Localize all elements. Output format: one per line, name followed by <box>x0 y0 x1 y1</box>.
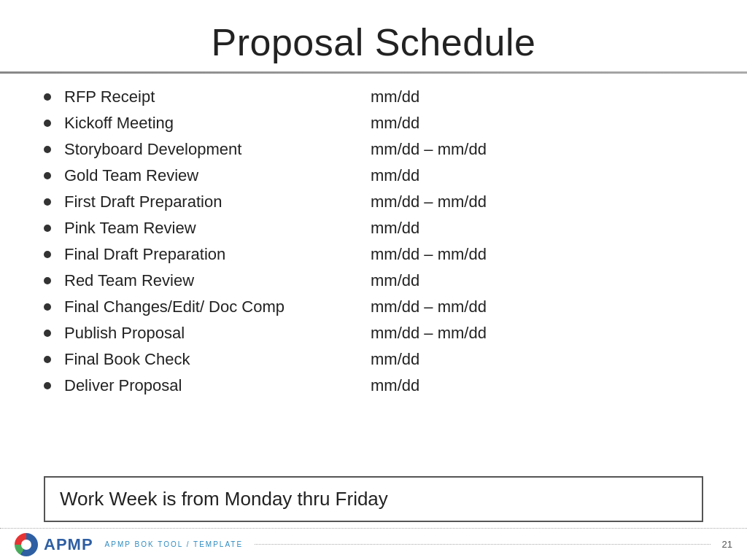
bullet-icon <box>44 251 51 258</box>
item-date: mm/dd – mm/dd <box>371 192 703 211</box>
list-item: Final Changes/Edit/ Doc Compmm/dd – mm/d… <box>44 294 703 320</box>
item-label: RFP Receipt <box>64 88 371 106</box>
item-label: Red Team Review <box>64 271 371 290</box>
list-item: Pink Team Reviewmm/dd <box>44 215 703 241</box>
item-date: mm/dd <box>371 376 703 395</box>
title-divider <box>0 71 747 74</box>
list-item: Deliver Proposalmm/dd <box>44 373 703 399</box>
item-label: First Draft Preparation <box>64 192 371 211</box>
bullet-icon <box>44 277 51 284</box>
list-item: Gold Team Reviewmm/dd <box>44 163 703 189</box>
item-label: Publish Proposal <box>64 324 371 343</box>
item-date: mm/dd – mm/dd <box>371 298 703 316</box>
logo-icon <box>15 533 38 556</box>
bullet-icon <box>44 198 51 206</box>
bullet-icon <box>44 93 51 101</box>
item-date: mm/dd <box>371 219 703 238</box>
title-area: Proposal Schedule <box>0 0 747 71</box>
item-date: mm/dd – mm/dd <box>371 140 703 159</box>
bullet-icon <box>44 356 51 363</box>
item-label: Gold Team Review <box>64 166 371 185</box>
logo-area: APMP <box>15 533 93 556</box>
schedule-list: RFP Receiptmm/ddKickoff Meetingmm/ddStor… <box>44 84 703 399</box>
list-item: Final Book Checkmm/dd <box>44 346 703 373</box>
footer: APMP APMP BOK TOOL / TEMPLATE 21 <box>0 528 747 560</box>
item-date: mm/dd <box>371 350 703 369</box>
item-date: mm/dd <box>371 114 703 133</box>
item-label: Kickoff Meeting <box>64 114 371 133</box>
item-label: Deliver Proposal <box>64 376 371 395</box>
item-label: Storyboard Development <box>64 140 371 159</box>
item-date: mm/dd <box>371 271 703 290</box>
item-date: mm/dd – mm/dd <box>371 245 703 264</box>
page-number: 21 <box>722 539 732 550</box>
item-label: Final Changes/Edit/ Doc Comp <box>64 298 371 316</box>
bullet-icon <box>44 303 51 311</box>
content-area: RFP Receiptmm/ddKickoff Meetingmm/ddStor… <box>0 78 747 469</box>
list-item: Final Draft Preparationmm/dd – mm/dd <box>44 241 703 268</box>
logo-text: APMP <box>44 535 93 554</box>
notice-text: Work Week is from Monday thru Friday <box>60 488 388 510</box>
footer-label: APMP BOK TOOL / TEMPLATE <box>105 540 244 548</box>
list-item: Publish Proposalmm/dd – mm/dd <box>44 320 703 346</box>
item-label: Final Book Check <box>64 350 371 369</box>
bullet-icon <box>44 330 51 337</box>
list-item: RFP Receiptmm/dd <box>44 84 703 110</box>
slide: Proposal Schedule RFP Receiptmm/ddKickof… <box>0 0 747 560</box>
list-item: Red Team Reviewmm/dd <box>44 268 703 294</box>
bullet-icon <box>44 225 51 232</box>
bullet-icon <box>44 172 51 179</box>
list-item: Storyboard Developmentmm/dd – mm/dd <box>44 136 703 163</box>
item-date: mm/dd <box>371 166 703 185</box>
item-label: Pink Team Review <box>64 219 371 238</box>
item-date: mm/dd – mm/dd <box>371 324 703 343</box>
bullet-icon <box>44 382 51 389</box>
list-item: First Draft Preparationmm/dd – mm/dd <box>44 189 703 215</box>
notice-box: Work Week is from Monday thru Friday <box>44 476 703 522</box>
page-title: Proposal Schedule <box>29 20 718 64</box>
bullet-icon <box>44 120 51 127</box>
logo-inner-circle <box>21 540 31 550</box>
bullet-icon <box>44 146 51 153</box>
footer-dotted-line <box>255 544 710 545</box>
list-item: Kickoff Meetingmm/dd <box>44 110 703 136</box>
item-date: mm/dd <box>371 88 703 106</box>
item-label: Final Draft Preparation <box>64 245 371 264</box>
